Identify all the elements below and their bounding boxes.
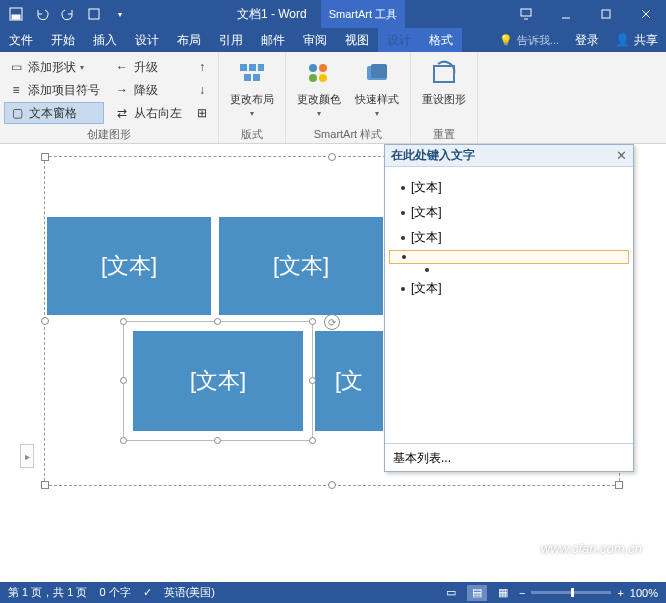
rtl-button[interactable]: ⇄从右向左: [110, 102, 186, 124]
move-down-button[interactable]: ↓: [190, 79, 214, 101]
text-pane-title: 在此处键入文字: [391, 147, 475, 164]
text-pane-item-selected[interactable]: [389, 250, 629, 264]
text-pane-item-indent[interactable]: [389, 264, 629, 276]
svg-rect-19: [434, 66, 454, 82]
tab-smartart-format[interactable]: 格式: [420, 28, 462, 52]
tell-me-search[interactable]: 💡告诉我...: [491, 28, 567, 52]
svg-rect-2: [89, 9, 99, 19]
save-button[interactable]: [4, 2, 28, 26]
smartart-shape[interactable]: [文本]: [219, 217, 383, 315]
resize-handle[interactable]: [309, 318, 316, 325]
reset-graphic-button[interactable]: 重设图形: [415, 54, 473, 127]
svg-rect-9: [249, 64, 256, 71]
qat-dropdown[interactable]: ▾: [108, 2, 132, 26]
svg-rect-11: [244, 74, 251, 81]
resize-handle[interactable]: [309, 437, 316, 444]
resize-handle[interactable]: [41, 317, 49, 325]
qat-more-button[interactable]: [82, 2, 106, 26]
tab-layout[interactable]: 布局: [168, 28, 210, 52]
svg-rect-5: [602, 10, 610, 18]
maximize-button[interactable]: [586, 0, 626, 28]
svg-rect-1: [12, 15, 20, 19]
text-pane-button[interactable]: ▢文本窗格: [4, 102, 104, 124]
text-pane-item[interactable]: [文本]: [389, 276, 629, 301]
smartart-text-pane[interactable]: 在此处键入文字 ✕ [文本] [文本] [文本] [文本] 基本列表...: [384, 144, 634, 472]
text-pane-item[interactable]: [文本]: [389, 175, 629, 200]
change-layout-button[interactable]: 更改布局▾: [223, 54, 281, 127]
share-button[interactable]: 👤共享: [607, 28, 666, 52]
resize-handle[interactable]: [309, 377, 316, 384]
resize-handle[interactable]: [214, 318, 221, 325]
language-indicator[interactable]: 英语(美国): [164, 585, 215, 600]
move-up-button[interactable]: ↑: [190, 56, 214, 78]
tab-review[interactable]: 审阅: [294, 28, 336, 52]
zoom-thumb[interactable]: [571, 588, 574, 597]
close-button[interactable]: [626, 0, 666, 28]
add-bullet-button[interactable]: ≡添加项目符号: [4, 79, 104, 101]
styles-icon: [361, 58, 393, 90]
resize-handle[interactable]: [120, 318, 127, 325]
zoom-slider[interactable]: [531, 591, 611, 594]
resize-handle[interactable]: [120, 437, 127, 444]
quick-styles-button[interactable]: 快速样式▾: [348, 54, 406, 127]
view-read-button[interactable]: ▭: [441, 585, 461, 601]
bullet-icon: [401, 186, 405, 190]
smartart-shape[interactable]: [文: [315, 331, 383, 431]
zoom-level[interactable]: 100%: [630, 587, 658, 599]
group-label: 重置: [415, 127, 473, 143]
undo-button[interactable]: [30, 2, 54, 26]
smartart-shape[interactable]: [文本]: [47, 217, 211, 315]
tab-file[interactable]: 文件: [0, 28, 42, 52]
resize-handle[interactable]: [41, 153, 49, 161]
resize-handle[interactable]: [120, 377, 127, 384]
tab-home[interactable]: 开始: [42, 28, 84, 52]
proofing-icon[interactable]: ✓: [143, 586, 152, 599]
view-web-button[interactable]: ▦: [493, 585, 513, 601]
redo-button[interactable]: [56, 2, 80, 26]
add-shape-button[interactable]: ▭添加形状▾: [4, 56, 104, 78]
text-pane-body[interactable]: [文本] [文本] [文本] [文本]: [385, 167, 633, 443]
tab-design[interactable]: 设计: [126, 28, 168, 52]
signin-button[interactable]: 登录: [567, 28, 607, 52]
colors-icon: [303, 58, 335, 90]
text-pane-footer[interactable]: 基本列表...: [385, 443, 633, 473]
rotate-handle[interactable]: ⟳: [324, 314, 340, 330]
up-icon: ↑: [194, 59, 210, 75]
title-section: 文档1 - Word SmartArt 工具: [136, 0, 506, 28]
text-pane-close-button[interactable]: ✕: [616, 148, 627, 163]
bullet-icon: ≡: [8, 82, 24, 98]
zoom-in-button[interactable]: +: [617, 587, 623, 599]
minimize-button[interactable]: [546, 0, 586, 28]
resize-handle[interactable]: [214, 437, 221, 444]
zoom-out-button[interactable]: −: [519, 587, 525, 599]
svg-point-14: [319, 64, 327, 72]
quick-access-toolbar: ▾: [0, 2, 136, 26]
layout-button[interactable]: ⊞: [190, 102, 214, 124]
page-indicator[interactable]: 第 1 页，共 1 页: [8, 585, 87, 600]
resize-handle[interactable]: [41, 481, 49, 489]
tab-mailings[interactable]: 邮件: [252, 28, 294, 52]
resize-handle[interactable]: [615, 481, 623, 489]
bullet-icon: [401, 287, 405, 291]
bullet-icon: [425, 268, 429, 272]
text-pane-toggle-tab[interactable]: ▸: [20, 444, 34, 468]
tab-view[interactable]: 视图: [336, 28, 378, 52]
text-pane-header: 在此处键入文字 ✕: [385, 145, 633, 167]
change-colors-button[interactable]: 更改颜色▾: [290, 54, 348, 127]
ribbon-options-button[interactable]: [506, 0, 546, 28]
group-label: SmartArt 样式: [290, 127, 406, 143]
tab-smartart-design[interactable]: 设计: [378, 28, 420, 52]
text-pane-item[interactable]: [文本]: [389, 200, 629, 225]
word-count[interactable]: 0 个字: [99, 585, 130, 600]
tab-insert[interactable]: 插入: [84, 28, 126, 52]
group-label: 创建图形: [4, 127, 214, 143]
resize-handle[interactable]: [328, 481, 336, 489]
promote-button[interactable]: ←升级: [110, 56, 186, 78]
view-print-button[interactable]: ▤: [467, 585, 487, 601]
tab-references[interactable]: 引用: [210, 28, 252, 52]
document-canvas[interactable]: ▸ ⟳ [文本] [文本] [文本] [文 在此处键入文字 ✕ [文本] [文本…: [0, 144, 666, 582]
demote-button[interactable]: →降级: [110, 79, 186, 101]
resize-handle[interactable]: [328, 153, 336, 161]
document-title: 文档1 - Word: [237, 6, 307, 23]
text-pane-item[interactable]: [文本]: [389, 225, 629, 250]
